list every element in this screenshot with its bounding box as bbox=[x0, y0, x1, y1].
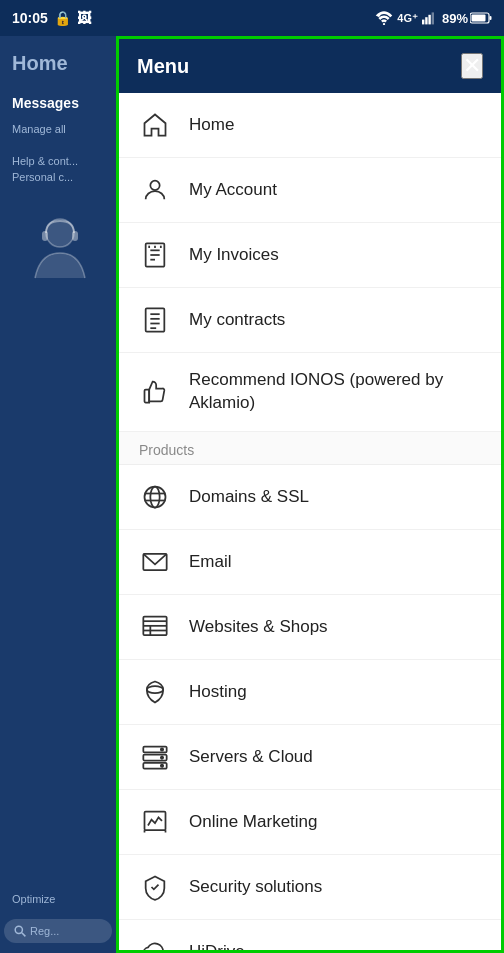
menu-content: Home My Account bbox=[119, 93, 501, 950]
menu-item-my-contracts-label: My contracts bbox=[189, 310, 285, 330]
background-panel: Home Messages Manage all Help & cont... … bbox=[0, 36, 120, 953]
bg-messages-label: Messages bbox=[0, 83, 120, 123]
signal-icon bbox=[422, 11, 438, 25]
svg-point-41 bbox=[161, 756, 163, 758]
thumbsup-icon bbox=[139, 376, 171, 408]
person-illustration bbox=[30, 213, 90, 283]
bg-search-bar[interactable]: Reg... bbox=[4, 919, 112, 943]
marketing-icon bbox=[139, 806, 171, 838]
svg-point-0 bbox=[383, 23, 385, 25]
menu-item-home[interactable]: Home bbox=[119, 93, 501, 158]
lte-label: 4G⁺ bbox=[397, 12, 418, 25]
menu-item-marketing[interactable]: Online Marketing bbox=[119, 790, 501, 855]
menu-item-email-label: Email bbox=[189, 552, 232, 572]
hosting-icon bbox=[139, 676, 171, 708]
bg-optimize-label: Optimize bbox=[12, 893, 108, 905]
globe-icon bbox=[139, 481, 171, 513]
menu-item-home-label: Home bbox=[189, 115, 234, 135]
svg-rect-9 bbox=[42, 231, 48, 241]
battery-display: 89% bbox=[442, 11, 492, 26]
menu-panel: Menu ✕ Home My Account bbox=[116, 36, 504, 953]
time-display: 10:05 bbox=[12, 10, 48, 26]
menu-item-hosting-label: Hosting bbox=[189, 682, 247, 702]
photo-icon: 🖼 bbox=[77, 10, 91, 26]
svg-point-26 bbox=[145, 486, 166, 507]
svg-point-27 bbox=[150, 486, 159, 507]
menu-close-button[interactable]: ✕ bbox=[461, 53, 483, 79]
svg-rect-10 bbox=[72, 231, 78, 241]
wifi-icon bbox=[375, 11, 393, 25]
menu-item-domains-label: Domains & SSL bbox=[189, 487, 309, 507]
menu-item-websites-label: Websites & Shops bbox=[189, 617, 328, 637]
menu-item-recommend[interactable]: Recommend IONOS (powered by Aklamio) bbox=[119, 353, 501, 432]
email-icon bbox=[139, 546, 171, 578]
menu-item-my-account-label: My Account bbox=[189, 180, 277, 200]
bg-home-label: Home bbox=[0, 36, 120, 83]
security-icon bbox=[139, 871, 171, 903]
svg-point-13 bbox=[150, 181, 159, 190]
status-bar-left: 10:05 🔒 🖼 bbox=[12, 10, 91, 26]
servers-icon bbox=[139, 741, 171, 773]
home-icon bbox=[139, 109, 171, 141]
svg-point-42 bbox=[161, 764, 163, 766]
menu-item-my-account[interactable]: My Account bbox=[119, 158, 501, 223]
battery-icon bbox=[470, 12, 492, 24]
menu-item-hidrive[interactable]: HiDrive bbox=[119, 920, 501, 950]
menu-item-my-invoices-label: My Invoices bbox=[189, 245, 279, 265]
menu-item-hidrive-label: HiDrive bbox=[189, 942, 245, 950]
svg-rect-3 bbox=[428, 15, 430, 25]
menu-item-domains[interactable]: Domains & SSL bbox=[119, 465, 501, 530]
search-placeholder: Reg... bbox=[30, 925, 59, 937]
hidrive-icon bbox=[139, 936, 171, 950]
svg-rect-6 bbox=[490, 16, 492, 20]
menu-item-websites[interactable]: Websites & Shops bbox=[119, 595, 501, 660]
bg-messages-sub: Manage all bbox=[0, 123, 120, 135]
menu-item-security-label: Security solutions bbox=[189, 877, 322, 897]
invoices-icon bbox=[139, 239, 171, 271]
websites-icon bbox=[139, 611, 171, 643]
account-icon bbox=[139, 174, 171, 206]
svg-point-11 bbox=[15, 926, 22, 933]
lock-icon: 🔒 bbox=[54, 10, 71, 26]
menu-item-security[interactable]: Security solutions bbox=[119, 855, 501, 920]
svg-rect-43 bbox=[145, 811, 166, 830]
status-bar: 10:05 🔒 🖼 4G⁺ 89% bbox=[0, 0, 504, 36]
contracts-icon bbox=[139, 304, 171, 336]
svg-rect-7 bbox=[472, 15, 486, 22]
menu-title: Menu bbox=[137, 55, 189, 78]
menu-item-servers[interactable]: Servers & Cloud bbox=[119, 725, 501, 790]
bg-personal-label: Personal c... bbox=[0, 171, 120, 183]
svg-point-40 bbox=[161, 748, 163, 750]
svg-point-36 bbox=[147, 686, 163, 693]
status-bar-right: 4G⁺ 89% bbox=[375, 11, 492, 26]
bg-help-label: Help & cont... bbox=[0, 135, 120, 171]
products-section-label: Products bbox=[119, 432, 501, 465]
menu-item-email[interactable]: Email bbox=[119, 530, 501, 595]
bg-bottom-section: Optimize bbox=[0, 885, 120, 913]
svg-rect-2 bbox=[425, 17, 427, 24]
menu-item-servers-label: Servers & Cloud bbox=[189, 747, 313, 767]
menu-item-hosting[interactable]: Hosting bbox=[119, 660, 501, 725]
menu-header: Menu ✕ bbox=[119, 39, 501, 93]
svg-rect-1 bbox=[422, 20, 424, 25]
svg-rect-4 bbox=[432, 12, 434, 24]
battery-text: 89% bbox=[442, 11, 468, 26]
search-icon bbox=[14, 925, 26, 937]
menu-item-marketing-label: Online Marketing bbox=[189, 812, 318, 832]
menu-item-recommend-label: Recommend IONOS (powered by Aklamio) bbox=[189, 369, 481, 415]
menu-item-my-invoices[interactable]: My Invoices bbox=[119, 223, 501, 288]
svg-line-12 bbox=[22, 933, 26, 937]
menu-item-my-contracts[interactable]: My contracts bbox=[119, 288, 501, 353]
